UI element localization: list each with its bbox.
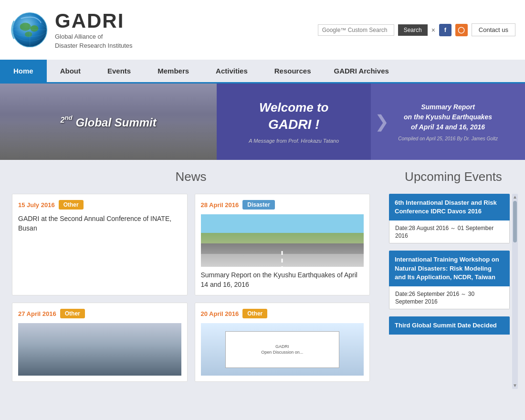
event-card-3-title: Third Global Summit Date Decided [389,316,510,335]
logo-text: GADRI Global Alliance of Disaster Resear… [55,10,133,50]
events-list: 6th International Disaster and Risk Conf… [389,194,510,389]
banner-summary-line3: of April 14 and 16, 2016 [411,122,485,132]
logo-area: GADRI Global Alliance of Disaster Resear… [10,10,133,50]
news-card-2-image [201,214,364,267]
news-card-4-image: GADRIOpen Discussion on... [201,323,364,376]
nav-home[interactable]: Home [0,60,47,82]
nav: Home About Events Members Activities Res… [0,60,525,84]
nav-gadri-archives[interactable]: GADRI Archives [325,60,399,82]
news-card-1-date: 15 July 2016 [18,201,55,209]
logo-globe-icon [10,10,50,50]
banner-arrow-icon: ❯ [375,112,389,132]
event-card-2-date: Date:26 September 2016 ～ 30 September 20… [389,286,510,309]
nav-activities[interactable]: Activities [202,60,261,82]
scroll-down-arrow[interactable]: ▼ [513,383,517,388]
svg-point-3 [25,32,32,37]
banner-welcome-line1: Welcome to [259,100,328,116]
scroll-thumb[interactable] [513,201,517,242]
event-card-2-title: International Training Workshop on Natur… [389,251,510,286]
banner-slide-1[interactable]: 2nd Global Summit [0,84,217,160]
search-input[interactable] [318,24,394,36]
header: GADRI Global Alliance of Disaster Resear… [0,0,525,60]
banner: 2nd Global Summit Welcome to GADRI ! A M… [0,84,525,160]
news-section: News 15 July 2016 Other GADRI at the Sec… [0,160,382,399]
banner-slide1-title: Global Summit [75,116,156,129]
event-card-1-title: 6th International Disaster and Risk Conf… [389,194,510,220]
news-card-2-tag: Disaster [242,200,274,210]
news-grid: 15 July 2016 Other GADRI at the Second A… [12,194,370,382]
banner-slide1-2nd: 2nd [61,116,73,124]
news-title: News [12,169,370,184]
banner-compiled: Compiled on April 25, 2016 By Dr. James … [398,136,498,141]
news-card-4-date: 20 April 2016 [201,310,239,317]
banner-welcome-sub: A Message from Prof. Hirokazu Tatano [249,138,339,144]
svg-point-2 [30,25,38,32]
nav-events[interactable]: Events [94,60,144,82]
banner-summary-line2: on the Kyushu Earthquakes [404,112,492,122]
content: News 15 July 2016 Other GADRI at the Sec… [0,160,525,399]
event-card-1[interactable]: 6th International Disaster and Risk Conf… [389,194,510,243]
banner-slide-3[interactable]: ❯ Summary Report on the Kyushu Earthquak… [371,84,525,160]
news-card-2[interactable]: 28 April 2016 Disaster Summary Report on… [195,194,370,295]
nav-resources[interactable]: Resources [261,60,325,82]
banner-welcome-line2: GADRI ! [268,116,319,133]
nav-about[interactable]: About [47,60,94,82]
scroll-up-arrow[interactable]: ▲ [513,195,517,200]
events-title: Upcoming Events [389,169,518,184]
logo-subtitle: Global Alliance of Disaster Research Ins… [55,32,133,50]
search-clear-icon[interactable]: × [431,26,435,34]
search-button[interactable]: Search [398,24,428,36]
banner-summary-line1: Summary Report [421,102,475,112]
news-card-4-tag: Other [242,309,267,318]
rss-icon[interactable]: ◯ [455,24,468,36]
events-section: Upcoming Events 6th International Disast… [382,160,525,399]
event-card-1-date: Date:28 August 2016 ～ 01 September 2016 [389,220,510,243]
news-card-1[interactable]: 15 July 2016 Other GADRI at the Second A… [12,194,188,295]
news-card-4[interactable]: 20 April 2016 Other GADRIOpen Discussion… [195,303,370,382]
news-card-1-title: GADRI at the Second Annual Conference of… [18,214,181,233]
events-scrollbar[interactable]: ▲ ▼ [512,194,518,389]
news-card-3-image [18,323,181,376]
facebook-icon[interactable]: f [439,24,452,36]
logo-title: GADRI [55,10,133,32]
news-card-3-tag: Other [60,309,85,318]
banner-slide-2[interactable]: Welcome to GADRI ! A Message from Prof. … [217,84,371,160]
news-card-2-date: 28 April 2016 [201,201,239,209]
event-card-3[interactable]: Third Global Summit Date Decided [389,316,510,335]
header-right: Search × f ◯ Contact us [318,23,515,36]
contact-button[interactable]: Contact us [472,23,515,36]
news-card-2-title: Summary Report on the Kyushu Earthquakes… [201,271,364,289]
news-card-1-tag: Other [59,200,84,210]
event-card-2[interactable]: International Training Workshop on Natur… [389,251,510,309]
news-card-3-date: 27 April 2016 [18,310,56,317]
news-card-3[interactable]: 27 April 2016 Other [12,303,188,382]
nav-members[interactable]: Members [144,60,202,82]
